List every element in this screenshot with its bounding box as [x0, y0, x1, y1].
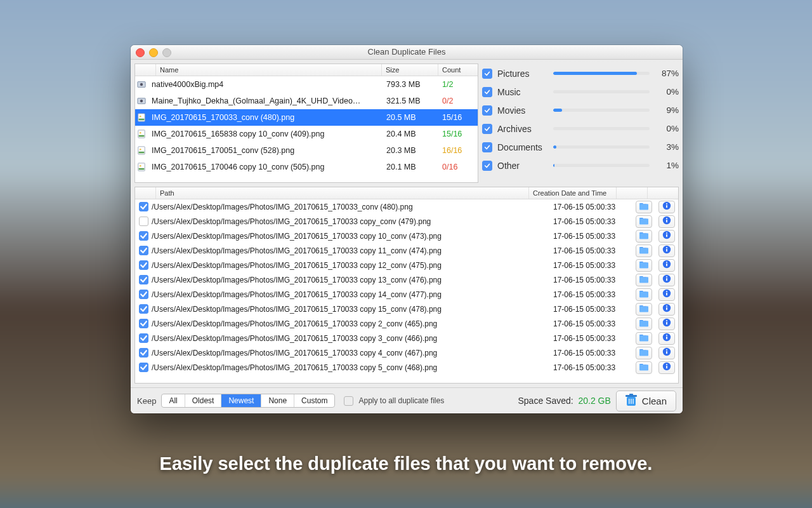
- file-info-button[interactable]: [658, 244, 675, 257]
- reveal-in-finder-button[interactable]: [636, 259, 652, 272]
- zoom-window-button[interactable]: [162, 48, 171, 57]
- space-saved: Space Saved: 20.2 GB: [518, 396, 610, 406]
- svg-point-3: [140, 100, 143, 102]
- reveal-in-finder-button[interactable]: [636, 288, 652, 301]
- space-saved-value: 20.2 GB: [578, 396, 610, 406]
- file-row[interactable]: native4000xBig.mp4793.3 MB1/2: [135, 76, 478, 93]
- file-row[interactable]: IMG_20170615_165838 copy 10_conv (409).p…: [135, 126, 478, 142]
- reveal-in-finder-button[interactable]: [636, 347, 652, 359]
- path-checkbox[interactable]: [139, 304, 148, 314]
- file-info-button[interactable]: [658, 361, 675, 374]
- path-checkbox[interactable]: [139, 363, 148, 372]
- duplicate-paths-table[interactable]: Path Creation Date and Time /Users/Alex/…: [134, 187, 679, 384]
- reveal-in-finder-button[interactable]: [636, 332, 652, 345]
- path-checkbox[interactable]: [139, 217, 148, 226]
- category-checkbox[interactable]: [482, 69, 492, 79]
- reveal-in-finder-button[interactable]: [636, 201, 652, 213]
- svg-point-27: [666, 247, 667, 248]
- keep-option-none[interactable]: None: [261, 394, 294, 407]
- file-info-button[interactable]: [658, 201, 675, 213]
- folder-icon: [639, 290, 649, 300]
- col-date[interactable]: Creation Date and Time: [529, 187, 617, 199]
- info-icon: [662, 289, 671, 300]
- path-date: 17-06-15 05:00:33: [553, 363, 632, 372]
- path-checkbox[interactable]: [139, 319, 148, 328]
- folder-icon: [639, 275, 649, 285]
- path-row[interactable]: /Users/Alex/Desktop/Images/Photos/IMG_20…: [135, 331, 678, 345]
- keep-option-all[interactable]: All: [162, 394, 185, 407]
- keep-option-custom[interactable]: Custom: [294, 394, 334, 407]
- keep-option-newest[interactable]: Newest: [221, 394, 261, 407]
- file-info-button[interactable]: [658, 259, 675, 272]
- category-label: Music: [497, 87, 548, 97]
- titlebar[interactable]: Clean Duplicate Files: [131, 45, 683, 60]
- keep-segmented-control[interactable]: AllOldestNewestNoneCustom: [161, 394, 335, 408]
- reveal-in-finder-button[interactable]: [636, 361, 652, 374]
- category-label: Documents: [497, 142, 548, 152]
- category-checkbox[interactable]: [482, 124, 492, 134]
- path-row[interactable]: /Users/Alex/Desktop/Images/Photos/IMG_20…: [135, 302, 678, 316]
- path-row[interactable]: /Users/Alex/Desktop/Images/Photos/IMG_20…: [135, 229, 678, 243]
- reveal-in-finder-button[interactable]: [636, 230, 652, 243]
- path-checkbox[interactable]: [139, 290, 148, 299]
- file-info-button[interactable]: [658, 347, 675, 359]
- close-window-button[interactable]: [136, 48, 145, 57]
- path-row[interactable]: /Users/Alex/Desktop/Images/Photos/IMG_20…: [135, 199, 678, 214]
- path-checkbox[interactable]: [139, 246, 148, 255]
- svg-rect-11: [139, 152, 145, 154]
- path-row[interactable]: /Users/Alex/Desktop/Images/Photos/IMG_20…: [135, 272, 678, 287]
- reveal-in-finder-button[interactable]: [636, 303, 652, 316]
- svg-rect-35: [666, 293, 667, 296]
- category-checkbox[interactable]: [482, 142, 492, 152]
- path-row[interactable]: /Users/Alex/Desktop/Images/Photos/IMG_20…: [135, 345, 678, 360]
- path-checkbox[interactable]: [139, 275, 148, 284]
- category-percent: 3%: [655, 142, 679, 152]
- file-info-button[interactable]: [658, 288, 675, 301]
- category-checkbox[interactable]: [482, 161, 492, 171]
- path-checkbox[interactable]: [139, 333, 148, 343]
- path-row[interactable]: /Users/Alex/Desktop/Images/Photos/IMG_20…: [135, 243, 678, 258]
- path-checkbox[interactable]: [139, 202, 148, 211]
- category-checkbox[interactable]: [482, 105, 492, 116]
- col-count[interactable]: Count: [438, 64, 478, 76]
- file-info-button[interactable]: [658, 215, 675, 228]
- file-info-button[interactable]: [658, 332, 675, 345]
- apply-all-checkbox[interactable]: [344, 396, 353, 406]
- apply-all-label: Apply to all duplicate files: [358, 396, 444, 405]
- path-row[interactable]: /Users/Alex/Desktop/Images/Photos/IMG_20…: [135, 360, 678, 375]
- keep-option-oldest[interactable]: Oldest: [185, 394, 222, 407]
- category-checkbox[interactable]: [482, 87, 492, 97]
- path-checkbox[interactable]: [139, 348, 148, 358]
- col-name[interactable]: Name: [156, 64, 382, 76]
- file-info-button[interactable]: [658, 274, 675, 286]
- reveal-in-finder-button[interactable]: [636, 274, 652, 286]
- file-info-button[interactable]: [658, 303, 675, 316]
- category-row: Movies9%: [482, 101, 679, 119]
- file-info-button[interactable]: [658, 230, 675, 243]
- path-row[interactable]: /Users/Alex/Desktop/Images/Photos/IMG_20…: [135, 258, 678, 272]
- file-row[interactable]: IMG_20170615_170046 copy 10_conv (505).p…: [135, 159, 478, 175]
- file-row[interactable]: IMG_20170615_170051_conv (528).png20.3 M…: [135, 142, 478, 159]
- col-size[interactable]: Size: [382, 64, 438, 76]
- path-checkbox[interactable]: [139, 260, 148, 270]
- path-row[interactable]: /Users/Alex/Desktop/Images/Photos/IMG_20…: [135, 287, 678, 302]
- path-row[interactable]: /Users/Alex/Desktop/Images/Photos/IMG_20…: [135, 214, 678, 229]
- category-bar: [553, 72, 650, 75]
- clean-button[interactable]: Clean: [616, 391, 676, 411]
- file-row[interactable]: Maine_Tujhko_Dekha_(Golmaal_Again)_4K_UH…: [135, 93, 478, 109]
- file-info-button[interactable]: [658, 318, 675, 330]
- col-path[interactable]: Path: [156, 187, 529, 199]
- window-title: Clean Duplicate Files: [368, 47, 446, 57]
- duplicate-groups-table[interactable]: Name Size Count native4000xBig.mp4793.3 …: [134, 64, 478, 183]
- svg-rect-26: [666, 249, 667, 252]
- reveal-in-finder-button[interactable]: [636, 318, 652, 330]
- path-row[interactable]: /Users/Alex/Desktop/Images/Photos/IMG_20…: [135, 316, 678, 331]
- path-checkbox[interactable]: [139, 231, 148, 241]
- minimize-window-button[interactable]: [149, 48, 158, 57]
- file-row[interactable]: IMG_20170615_170033_conv (480).png20.5 M…: [135, 109, 478, 126]
- reveal-in-finder-button[interactable]: [636, 244, 652, 257]
- reveal-in-finder-button[interactable]: [636, 215, 652, 228]
- category-row: Pictures87%: [482, 64, 679, 83]
- path-text: /Users/Alex/Desktop/Images/Photos/IMG_20…: [152, 217, 553, 226]
- path-text: /Users/Alex/Desktop/Images/Photos/IMG_20…: [152, 305, 553, 314]
